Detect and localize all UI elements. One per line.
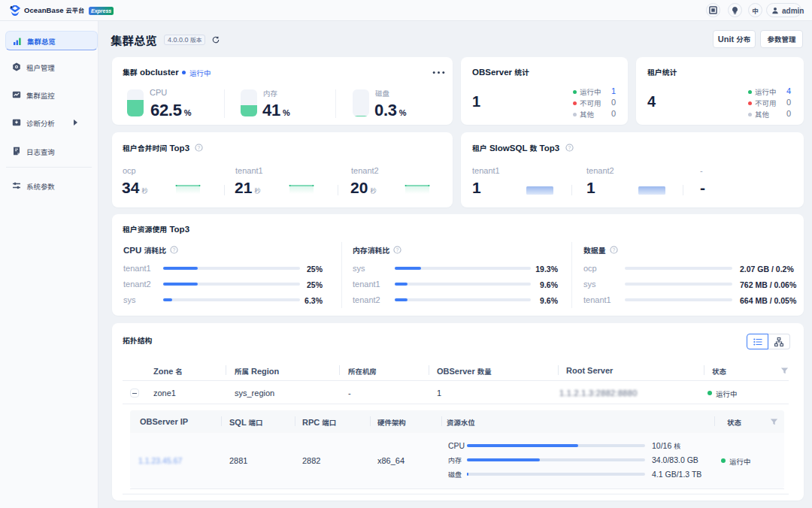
svg-text:?: ? — [568, 145, 571, 150]
svg-text:?: ? — [613, 247, 616, 252]
svg-text:?: ? — [198, 145, 201, 150]
svg-text:?: ? — [173, 247, 176, 252]
svg-text:?: ? — [396, 247, 399, 252]
